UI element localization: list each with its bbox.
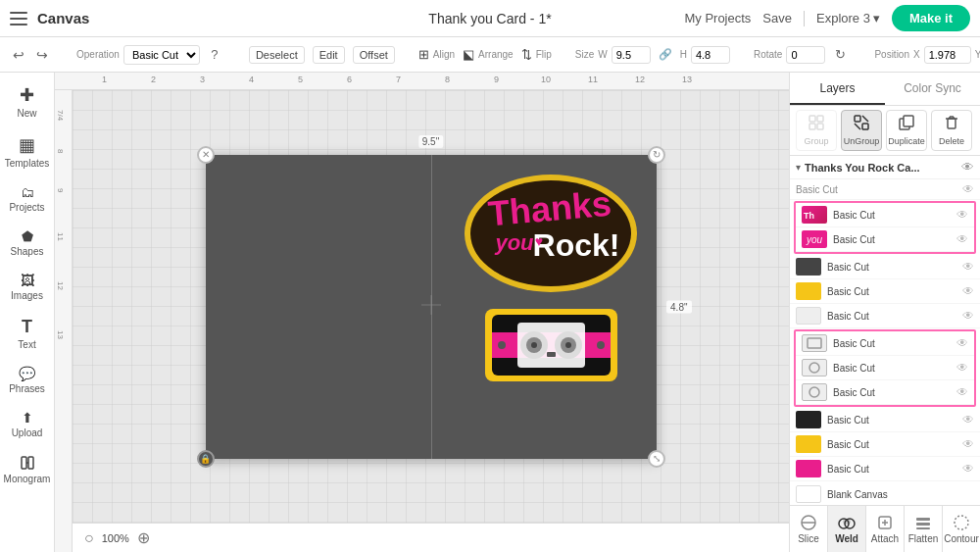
x-input[interactable] (924, 46, 971, 64)
new-icon: ✚ (20, 84, 34, 106)
x-label: X (913, 49, 920, 60)
slice-button[interactable]: Slice (790, 506, 828, 552)
sidebar-item-phrases[interactable]: 💬 Phrases (0, 360, 54, 400)
svg-rect-29 (862, 124, 868, 129)
layer-eye-10[interactable]: 👁 (962, 437, 974, 451)
projects-icon: 🗂 (21, 184, 34, 200)
rotate-icon[interactable]: ↻ (829, 44, 851, 66)
sidebar-item-shapes[interactable]: ⬟ Shapes (0, 223, 54, 263)
svg-rect-0 (22, 457, 26, 469)
basic-cut-eye-icon[interactable]: 👁 (962, 182, 974, 196)
tab-layers[interactable]: Layers (790, 73, 885, 105)
edit-button[interactable]: Edit (313, 46, 345, 64)
layer-eye-3[interactable]: 👁 (962, 260, 974, 274)
handle-bottom-right[interactable]: ⤡ (648, 450, 665, 468)
weld-button[interactable]: Weld (828, 506, 866, 552)
layer-item-4[interactable]: Basic Cut 👁 (790, 279, 980, 304)
chevron-down-icon: ▾ (873, 11, 880, 25)
lock-ratio-icon[interactable]: 🔗 (655, 44, 676, 66)
ungroup-icon (854, 115, 869, 134)
dimension-label-height: 4.8" (666, 300, 691, 313)
sidebar-item-projects[interactable]: 🗂 Projects (0, 178, 54, 219)
resize-icon: ⤡ (653, 453, 661, 464)
rotate-handle-icon: ↻ (653, 149, 661, 160)
operation-help-icon[interactable]: ? (204, 44, 225, 66)
layer-eye-2[interactable]: 👁 (956, 232, 968, 246)
layer-item-2[interactable]: you Basic Cut 👁 (796, 227, 974, 252)
sidebar-item-text[interactable]: T Text (0, 311, 54, 356)
layer-eye-9[interactable]: 👁 (962, 413, 974, 427)
layer-item-6[interactable]: Basic Cut 👁 (796, 331, 974, 356)
layer-eye-4[interactable]: 👁 (962, 284, 974, 298)
duplicate-button[interactable]: Duplicate (886, 110, 927, 151)
flatten-icon (914, 514, 932, 531)
sidebar-item-monogram[interactable]: Monogram (0, 448, 54, 490)
layer-eye-7[interactable]: 👁 (956, 361, 968, 375)
layers-scroll[interactable]: ▾ Thanks You Rock Ca... 👁 Basic Cut 👁 Th… (790, 156, 980, 505)
layer-eye-11[interactable]: 👁 (962, 462, 974, 476)
layer-item-1[interactable]: Th Basic Cut 👁 (796, 203, 974, 227)
explore-button[interactable]: Explore 3 ▾ (816, 11, 880, 25)
svg-rect-33 (904, 116, 913, 126)
group-eye-icon[interactable]: 👁 (961, 160, 974, 175)
layer-item-11[interactable]: Basic Cut 👁 (790, 457, 980, 481)
layer-item-5[interactable]: Basic Cut 👁 (790, 304, 980, 328)
canvas-area[interactable]: 1 2 3 4 5 6 7 8 9 10 11 12 13 7/4 8 9 11 (55, 73, 789, 552)
svg-rect-52 (916, 523, 930, 526)
group-button[interactable]: Group (796, 110, 837, 151)
height-input[interactable] (691, 46, 730, 64)
layer-name-4: Basic Cut (827, 286, 956, 297)
my-projects-button[interactable]: My Projects (684, 11, 751, 25)
canvas-content[interactable]: 9.5" 4.8" ✕ ↻ 🔒 ⤡ (73, 90, 789, 523)
svg-rect-34 (948, 119, 956, 128)
redo-button[interactable]: ↪ (31, 44, 53, 66)
flatten-button[interactable]: Flatten (905, 506, 943, 552)
zoom-out-icon[interactable]: ○ (84, 529, 94, 547)
sidebar-item-images[interactable]: 🖼 Images (0, 267, 54, 307)
hamburger-menu[interactable] (10, 8, 31, 29)
layer-item-8[interactable]: Basic Cut 👁 (796, 380, 974, 405)
basic-cut-header-row[interactable]: Basic Cut 👁 (790, 179, 980, 200)
layer-item-10[interactable]: Basic Cut 👁 (790, 432, 980, 457)
offset-button[interactable]: Offset (353, 46, 395, 64)
layer-group-header[interactable]: ▾ Thanks You Rock Ca... 👁 (790, 156, 980, 179)
rotate-input[interactable] (786, 46, 825, 64)
left-sidebar: ✚ New ▦ Templates 🗂 Projects ⬟ Shapes 🖼 … (0, 73, 55, 552)
sidebar-item-upload[interactable]: ⬆ Upload (0, 404, 54, 444)
handle-bottom-left[interactable]: 🔒 (197, 450, 215, 468)
undo-button[interactable]: ↩ (8, 44, 29, 66)
layer-eye-1[interactable]: 👁 (956, 208, 968, 222)
align-icon[interactable]: ⊞ (418, 47, 429, 62)
blank-canvas-item[interactable]: Blank Canvas (790, 481, 980, 505)
shapes-icon: ⬟ (22, 228, 33, 244)
operation-select[interactable]: Basic Cut (123, 45, 200, 65)
svg-rect-21 (547, 352, 556, 357)
svg-rect-26 (809, 124, 815, 129)
handle-top-left[interactable]: ✕ (197, 146, 215, 164)
layer-eye-5[interactable]: 👁 (962, 309, 974, 323)
make-it-button[interactable]: Make it (892, 5, 970, 31)
flip-icon[interactable]: ⇅ (521, 47, 532, 62)
deselect-button[interactable]: Deselect (249, 46, 305, 64)
width-input[interactable] (612, 46, 651, 64)
layer-item-9[interactable]: Basic Cut 👁 (790, 408, 980, 432)
operation-group: Operation Basic Cut ? (76, 44, 225, 66)
text-icon: T (22, 317, 32, 337)
sidebar-item-templates[interactable]: ▦ Templates (0, 128, 54, 175)
sidebar-item-new[interactable]: ✚ New (0, 78, 54, 125)
layer-item-7[interactable]: Basic Cut 👁 (796, 356, 974, 380)
layer-eye-6[interactable]: 👁 (956, 336, 968, 350)
align-label: Align (433, 49, 455, 60)
arrange-icon[interactable]: ⬕ (463, 47, 474, 62)
attach-button[interactable]: Attach (866, 506, 905, 552)
tab-color-sync[interactable]: Color Sync (885, 73, 980, 105)
layer-eye-8[interactable]: 👁 (956, 385, 968, 399)
contour-button[interactable]: Contour (943, 506, 980, 552)
zoom-in-icon[interactable]: ⊕ (137, 528, 150, 547)
delete-button[interactable]: Delete (931, 110, 972, 151)
canvas-card[interactable]: ✕ ↻ 🔒 ⤡ (206, 155, 657, 459)
layer-item-3[interactable]: Basic Cut 👁 (790, 255, 980, 279)
handle-top-right[interactable]: ↻ (648, 146, 665, 164)
ungroup-button[interactable]: UnGroup (841, 110, 882, 151)
save-button[interactable]: Save (762, 11, 792, 25)
